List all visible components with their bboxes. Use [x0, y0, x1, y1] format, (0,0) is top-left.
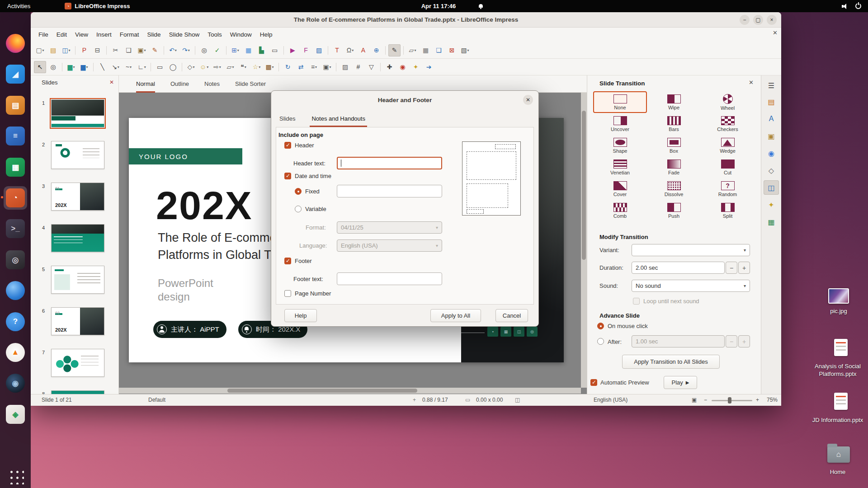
horizontal-scrollbar[interactable]: [119, 388, 581, 394]
special-character-button[interactable]: Ω▾: [344, 44, 356, 56]
insert-image-button[interactable]: ▦: [242, 44, 255, 56]
horizontal-scrollbar-thumb[interactable]: [227, 389, 417, 393]
transition-uncover[interactable]: Uncover: [593, 113, 647, 135]
gallery-button[interactable]: ▨: [313, 44, 325, 56]
duplicate-slide-button[interactable]: ❏: [433, 44, 445, 56]
zoom-out-button[interactable]: −: [704, 397, 707, 403]
gallery-icon[interactable]: ▣: [764, 129, 779, 143]
transition-cut[interactable]: Cut: [701, 156, 755, 178]
align-objects-tool[interactable]: ≡▾: [308, 61, 320, 73]
show-draw-functions-button[interactable]: ✎: [388, 44, 401, 56]
libreoffice-calc-icon[interactable]: ▦: [4, 155, 27, 179]
desktop-label-home[interactable]: Home: [808, 468, 867, 476]
transition-cover[interactable]: Cover: [593, 178, 647, 200]
transition-dissolve[interactable]: Dissolve: [647, 178, 701, 200]
slides-panel-close-icon[interactable]: ✕: [109, 79, 114, 85]
apply-transition-all-button[interactable]: Apply Transition to All Slides: [622, 355, 720, 369]
insert-textbox-button[interactable]: ▭: [269, 44, 281, 56]
dialog-close-button[interactable]: ✕: [523, 95, 533, 105]
slide-thumbnail-4[interactable]: [51, 224, 104, 252]
ellipse-tool[interactable]: ◯: [167, 61, 179, 73]
help-icon[interactable]: ?: [4, 310, 27, 333]
header-checkbox[interactable]: [284, 142, 291, 149]
libreoffice-impress-icon[interactable]: ◔: [4, 186, 27, 210]
master-slide-status[interactable]: Default: [148, 397, 165, 403]
slide-transition-icon[interactable]: ◫: [764, 180, 779, 195]
blue-sphere-app-icon[interactable]: [4, 279, 27, 302]
desktop-icon-analysis-pptx[interactable]: P: [829, 339, 849, 360]
menu-tools[interactable]: Tools: [203, 28, 226, 42]
transition-box[interactable]: Box: [647, 135, 701, 156]
flowchart-tool[interactable]: ▱▾: [224, 61, 236, 73]
sound-dropdown[interactable]: No sound: [632, 280, 750, 292]
redo-button[interactable]: ↷▾: [180, 44, 192, 56]
transition-split[interactable]: Split: [701, 200, 755, 221]
firefox-icon[interactable]: [4, 32, 27, 55]
show-apps-grid-icon[interactable]: [7, 468, 24, 484]
tab-notes[interactable]: Notes: [204, 75, 220, 93]
window-titlebar[interactable]: The Role of E-commerce Platforms in Glob…: [31, 12, 781, 28]
hyperlink-button[interactable]: ⊕: [370, 44, 382, 56]
fixed-date-input[interactable]: [337, 185, 442, 197]
rotate-tool[interactable]: ↻: [282, 61, 294, 73]
header-text-input[interactable]: [337, 157, 442, 169]
spelling-button[interactable]: ✓: [211, 44, 223, 56]
zoom-in-button[interactable]: +: [756, 397, 759, 403]
transition-bars[interactable]: Bars: [647, 113, 701, 135]
slide-thumbnail-1[interactable]: [51, 99, 104, 127]
copy-button[interactable]: ❏: [123, 44, 135, 56]
clock[interactable]: Apr 11 17:46: [409, 3, 468, 9]
sidebar-menu-icon[interactable]: ☰: [764, 78, 779, 93]
vlc-icon[interactable]: ▲: [4, 341, 27, 364]
menu-edit[interactable]: Edit: [52, 28, 71, 42]
block-arrows-tool[interactable]: ⇨▾: [211, 61, 223, 73]
terminal-icon[interactable]: >_: [4, 217, 27, 240]
transition-wedge[interactable]: Wedge: [701, 135, 755, 156]
shapes-icon[interactable]: ◇: [764, 163, 779, 178]
help-button[interactable]: Help: [284, 309, 317, 322]
animation-icon[interactable]: ✦: [764, 197, 779, 212]
insert-media-button[interactable]: ▶: [287, 44, 299, 56]
menu-insert[interactable]: Insert: [92, 28, 116, 42]
open-document-button[interactable]: ▤: [47, 44, 59, 56]
arrange-tool[interactable]: ▣▾: [321, 61, 333, 73]
language-dropdown[interactable]: English (USA): [337, 239, 442, 252]
vscode-icon[interactable]: ◢: [4, 62, 27, 86]
image-filter-tool[interactable]: ▽: [365, 61, 377, 73]
stars-banners-tool[interactable]: ☆▾: [250, 61, 263, 73]
slide-thumbnail-2[interactable]: [51, 141, 104, 169]
tab-normal[interactable]: Normal: [136, 75, 155, 93]
save-button[interactable]: ◫▾: [60, 44, 72, 56]
vertical-scrollbar[interactable]: [581, 93, 587, 388]
fixed-date-radio[interactable]: [295, 188, 302, 195]
transition-push[interactable]: Push: [647, 200, 701, 221]
insert-chart-button[interactable]: ▙: [255, 44, 268, 56]
delete-slide-button[interactable]: ⊠: [446, 44, 458, 56]
transition-panel-close-icon[interactable]: ✕: [749, 79, 754, 86]
page-number-checkbox[interactable]: [284, 290, 291, 297]
play-button[interactable]: Play ▶: [664, 376, 697, 389]
menu-slide-show[interactable]: Slide Show: [165, 28, 204, 42]
transition-none[interactable]: None: [593, 91, 647, 113]
duration-field[interactable]: 2.00 sec: [632, 262, 725, 274]
desktop-icon-jd-pptx[interactable]: P: [829, 393, 849, 413]
menu-view[interactable]: View: [71, 28, 92, 42]
print-button[interactable]: ⊟: [91, 44, 104, 56]
slide-thumbnail-7[interactable]: [51, 349, 104, 377]
activities-button[interactable]: Activities: [7, 3, 30, 9]
flip-tool[interactable]: ⇄: [295, 61, 307, 73]
curve-tool[interactable]: ~▾: [123, 61, 135, 73]
master-slides-icon[interactable]: ▦: [764, 215, 779, 229]
properties-icon[interactable]: ▤: [764, 94, 779, 109]
close-button[interactable]: ×: [767, 15, 777, 25]
dialog-tab-slides[interactable]: Slides: [278, 110, 297, 127]
styles-icon[interactable]: A: [764, 112, 779, 126]
desktop-label-analysis-pptx[interactable]: Analysis of Social Platforms.pptx: [808, 362, 867, 378]
footer-checkbox[interactable]: [284, 258, 291, 264]
line-color-tool[interactable]: ▆▾: [78, 61, 90, 73]
shapes-button[interactable]: ▱▾: [406, 44, 419, 56]
slide-thumbnail-3[interactable]: 01202X: [51, 183, 104, 211]
libreoffice-writer-icon[interactable]: ≡: [4, 124, 27, 148]
zoom-tool[interactable]: ◎: [47, 61, 59, 73]
cancel-button[interactable]: Cancel: [495, 309, 528, 322]
